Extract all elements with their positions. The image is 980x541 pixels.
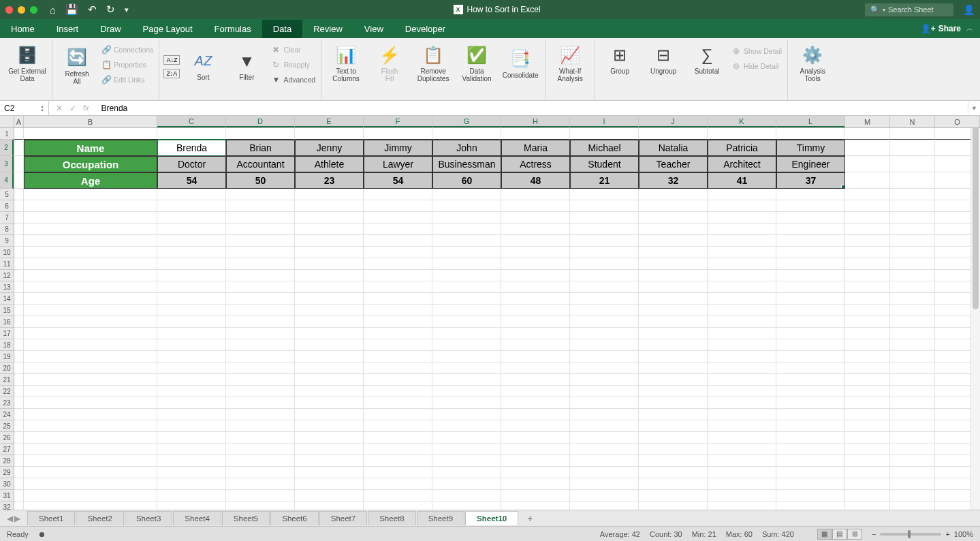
cell-N29[interactable] [890,467,935,478]
cell-C27[interactable] [157,444,226,455]
cell-A19[interactable] [14,351,24,362]
cell-J29[interactable] [639,467,708,478]
flash-fill-button[interactable]: ⚡Flash Fill [369,41,410,82]
cell-F25[interactable] [364,420,432,432]
cell-G26[interactable] [432,432,501,444]
cell-N13[interactable] [890,281,935,293]
cell-D12[interactable] [226,270,295,281]
cell-F21[interactable] [364,374,432,386]
cell-C10[interactable] [157,247,226,258]
cell-H26[interactable] [501,432,570,444]
cell-E24[interactable] [295,409,364,420]
cell-area[interactable]: NameBrendaBrianJennyJimmyJohnMariaMichae… [14,128,980,510]
column-header-M[interactable]: M [845,116,890,127]
cell-J6[interactable] [639,200,708,212]
accept-formula-icon[interactable]: ✓ [69,104,76,113]
cell-B30[interactable] [24,478,157,490]
cell-H25[interactable] [501,420,570,432]
cell-J25[interactable] [639,420,708,432]
cell-A2[interactable] [14,140,24,156]
column-header-E[interactable]: E [295,116,364,127]
cell-C24[interactable] [157,409,226,420]
cell-K15[interactable] [708,305,776,316]
cell-G9[interactable] [432,235,501,247]
home-icon[interactable]: ⌂ [50,4,56,16]
undo-icon[interactable]: ↶ [88,3,97,16]
row-header-27[interactable]: 27 [0,444,14,455]
normal-view-icon[interactable]: ▦ [817,529,832,540]
cell-M3[interactable] [845,156,890,172]
cell-E26[interactable] [295,432,364,444]
menu-tab-draw[interactable]: Draw [89,20,131,38]
cell-G29[interactable] [432,467,501,478]
cell-G19[interactable] [432,351,501,362]
sheet-tab-sheet1[interactable]: Sheet1 [27,511,75,525]
cell-B2[interactable]: Name [24,140,157,156]
cell-I24[interactable] [570,409,639,420]
cell-C30[interactable] [157,478,226,490]
cell-A18[interactable] [14,339,24,351]
cell-D19[interactable] [226,351,295,362]
cell-H17[interactable] [501,328,570,339]
cell-G13[interactable] [432,281,501,293]
cell-E7[interactable] [295,212,364,223]
cell-G30[interactable] [432,478,501,490]
cell-A4[interactable] [14,172,24,189]
cell-I14[interactable] [570,293,639,305]
cell-F6[interactable] [364,200,432,212]
cell-E9[interactable] [295,235,364,247]
cell-J7[interactable] [639,212,708,223]
cell-D18[interactable] [226,339,295,351]
cell-N31[interactable] [890,490,935,501]
cell-H2[interactable]: Maria [501,140,570,156]
cell-D30[interactable] [226,478,295,490]
cell-I9[interactable] [570,235,639,247]
cell-L2[interactable]: Timmy [776,140,845,156]
cell-N19[interactable] [890,351,935,362]
cell-A21[interactable] [14,374,24,386]
cell-I2[interactable]: Michael [570,140,639,156]
sheet-tab-sheet2[interactable]: Sheet2 [76,511,123,525]
cell-N22[interactable] [890,386,935,397]
ungroup-button[interactable]: ⊟Ungroup [643,41,684,75]
cell-B11[interactable] [24,258,157,270]
cell-A17[interactable] [14,328,24,339]
cell-J15[interactable] [639,305,708,316]
cell-H15[interactable] [501,305,570,316]
cell-G11[interactable] [432,258,501,270]
cell-L6[interactable] [776,200,845,212]
cell-D23[interactable] [226,397,295,409]
cell-M5[interactable] [845,189,890,200]
menu-tab-insert[interactable]: Insert [46,20,90,38]
cell-A1[interactable] [14,128,24,140]
cell-M2[interactable] [845,140,890,156]
cell-F4[interactable]: 54 [364,172,432,189]
cell-C5[interactable] [157,189,226,200]
cell-K18[interactable] [708,339,776,351]
row-header-32[interactable]: 32 [0,501,14,510]
cell-C12[interactable] [157,270,226,281]
cell-H10[interactable] [501,247,570,258]
cell-G5[interactable] [432,189,501,200]
cell-E3[interactable]: Athlete [295,156,364,172]
cancel-formula-icon[interactable]: ✕ [56,104,63,113]
cell-B29[interactable] [24,467,157,478]
cell-F18[interactable] [364,339,432,351]
cell-D9[interactable] [226,235,295,247]
fx-icon[interactable]: fx [83,104,89,113]
cell-B18[interactable] [24,339,157,351]
row-header-10[interactable]: 10 [0,247,14,258]
cell-C29[interactable] [157,467,226,478]
cell-A5[interactable] [14,189,24,200]
cell-F28[interactable] [364,455,432,467]
cell-E16[interactable] [295,316,364,328]
cell-M17[interactable] [845,328,890,339]
cell-A23[interactable] [14,397,24,409]
cell-B10[interactable] [24,247,157,258]
cell-I13[interactable] [570,281,639,293]
account-icon[interactable]: 👤 [963,4,975,15]
cell-M24[interactable] [845,409,890,420]
cell-A32[interactable] [14,501,24,510]
cell-N23[interactable] [890,397,935,409]
cell-K21[interactable] [708,374,776,386]
